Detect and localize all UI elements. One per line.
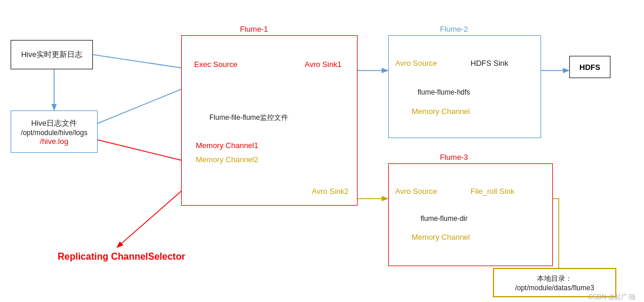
svg-line-0 [93, 55, 191, 69]
avro-sink1-label: Avro Sink1 [305, 60, 342, 69]
memory-channel1-label: Memory Channel1 [196, 141, 258, 150]
hdfs-sink-label: HDFS Sink [471, 59, 508, 68]
flume-flume-dir-label: flume-flume-dir [421, 214, 468, 223]
exec-source-label: Exec Source [194, 60, 238, 69]
replicating-label: Replicating ChannelSelector [58, 251, 185, 262]
memory-channel-f2-label: Memory Channel [412, 107, 470, 116]
flume3-box [388, 163, 553, 266]
diagram: Hive实时更新日志 Hive日志文件 /opt/module/hive/log… [0, 0, 644, 302]
avro-source-f3-label: Avro Source [395, 187, 437, 196]
hdfs-label: HDFS [579, 63, 600, 72]
local-dir-line1: 本地目录： [537, 274, 572, 284]
hive-log-file-box: Hive日志文件 /opt/module/hive/logs /hive.log [11, 110, 98, 153]
flume1-title: Flume-1 [240, 25, 268, 33]
hive-log-file-line2: /opt/module/hive/logs [21, 129, 87, 137]
hive-realtime-box: Hive实时更新日志 [11, 40, 93, 69]
flume-file-monitor-label: Flume-file-flume监控文件 [209, 113, 288, 123]
hive-realtime-label: Hive实时更新日志 [21, 49, 82, 60]
memory-channel2-label: Memory Channel2 [196, 155, 258, 164]
avro-sink2-label: Avro Sink2 [312, 187, 349, 196]
hive-log-file-line1: Hive日志文件 [31, 118, 77, 129]
svg-line-3 [98, 140, 194, 163]
hdfs-box: HDFS [569, 56, 610, 78]
flume2-title: Flume-2 [440, 25, 468, 33]
local-dir-line2: /opt/module/datas/flume3 [515, 284, 595, 292]
flume2-box [388, 35, 541, 138]
flume-flume-hdfs-label: flume-flume-hdfs [418, 88, 470, 96]
file-roll-sink-label: File_roll Sink [471, 187, 514, 196]
watermark: CSDN @起广·陆 [588, 293, 636, 301]
hive-log-file-line3: /hive.log [40, 137, 68, 146]
flume3-title: Flume-3 [440, 153, 468, 162]
svg-line-2 [98, 85, 191, 123]
memory-channel-f3-label: Memory Channel [412, 233, 470, 241]
avro-source-f2-label: Avro Source [395, 59, 437, 68]
